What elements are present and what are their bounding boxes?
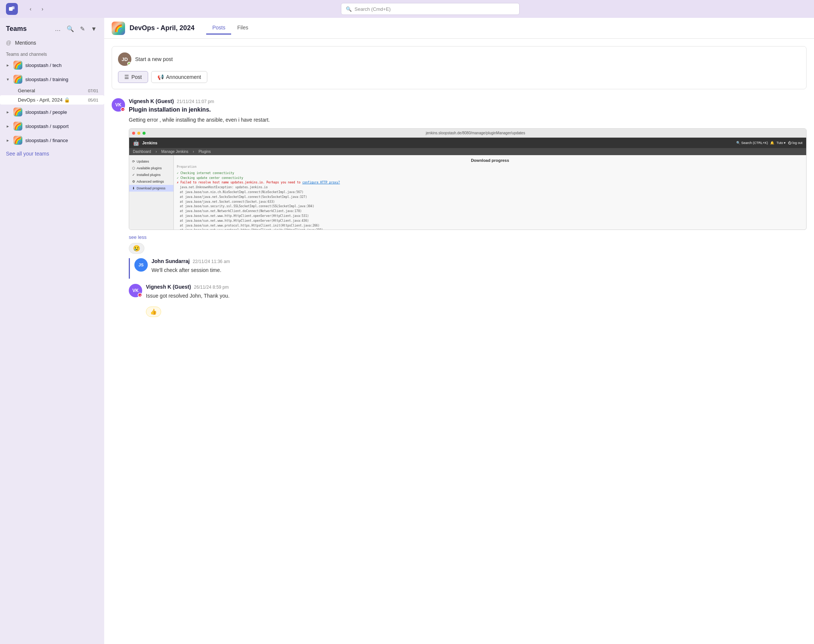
jenkins-plugin-sidebar: ⟳ Updates ⬡ Available plugins ✓ Installe… xyxy=(129,155,174,230)
reply-message-vignesh2: VK Vignesh K (Guest) 26/11/24 8:59 pm Is… xyxy=(129,284,806,317)
chevron-right-icon-support: ► xyxy=(6,124,10,128)
jenkins-trace-10: at java.base/sun.net.www.protocol.https.… xyxy=(177,228,803,230)
jenkins-search: 🔍 Search (CTRL+K) xyxy=(736,141,768,145)
search-bar[interactable]: 🔍 Search (Cmd+E) xyxy=(341,3,519,15)
team-name-training: sloopstash / training xyxy=(25,77,69,82)
team-icon-people: 🌈 xyxy=(14,107,22,117)
reply-author-john: John Sundarraj xyxy=(152,258,190,264)
message-row-1: VK Vignesh K (Guest) 21/11/24 11:07 pm P… xyxy=(112,98,806,258)
browser-minimize-dot xyxy=(137,132,140,135)
jenkins-url: jenkins.sloopstash.de/8080/manage/plugin… xyxy=(148,131,803,135)
forward-button[interactable]: › xyxy=(37,4,48,14)
team-row-support[interactable]: ► 🌈 sloopstash / support xyxy=(0,120,104,133)
sidebar: Teams … 🔍 ✎ ▼ @ Mentions Teams and chann… xyxy=(0,18,104,644)
jenkins-nav: Dashboard › Manage Jenkins › Plugins xyxy=(129,148,806,155)
message-content-1: Vignesh K (Guest) 21/11/24 11:07 pm Plug… xyxy=(129,98,806,258)
channel-date-devops: 05/01 xyxy=(88,98,98,102)
reply-message-john: JS John Sundarraj 22/11/24 11:36 am We'l… xyxy=(129,258,806,279)
team-row-people[interactable]: ► 🌈 sloopstash / people xyxy=(0,105,104,119)
message-author-1: Vignesh K (Guest) xyxy=(129,98,174,104)
jenkins-main-content: Download progress Preparation ✓ Checking… xyxy=(174,155,806,230)
team-row-finance[interactable]: ► 🌈 sloopstash / finance xyxy=(0,133,104,147)
tab-files[interactable]: Files xyxy=(231,21,254,35)
jenkins-trace-4: at java.base/java.net.Socket.connect(Soc… xyxy=(177,200,803,205)
channel-title: DevOps - April, 2024 xyxy=(129,24,194,32)
team-group-finance: ► 🌈 sloopstash / finance xyxy=(0,133,104,147)
team-group-support: ► 🌈 sloopstash / support xyxy=(0,120,104,133)
see-less-link[interactable]: see less xyxy=(129,235,806,240)
channel-team-icon: 🌈 xyxy=(112,21,125,35)
jenkins-item-updates: ⟳ Updates xyxy=(129,158,174,165)
jenkins-item-download: ⬇ Download progress xyxy=(129,185,174,192)
channel-date-general: 07/01 xyxy=(88,89,98,93)
jenkins-nav-manage: Manage Jenkins xyxy=(161,150,188,154)
message-time-1: 21/11/24 11:07 pm xyxy=(177,99,214,104)
more-button[interactable]: … xyxy=(53,24,62,34)
channel-row-general[interactable]: General 07/01 xyxy=(0,86,104,95)
channel-name-devops: DevOps - April, 2024 🔒 xyxy=(18,97,70,103)
search-placeholder: Search (Cmd+E) xyxy=(355,6,391,12)
team-row-training[interactable]: ▼ 🌈 sloopstash / training xyxy=(0,72,104,86)
jenkins-item-available: ⬡ Available plugins xyxy=(129,165,174,172)
thumb-reaction-btn[interactable]: 👍 xyxy=(146,307,161,317)
jenkins-section-title: Download progress xyxy=(177,158,803,163)
reply-time-vignesh2: 26/11/24 8:59 pm xyxy=(194,285,229,290)
team-icon-tech: 🌈 xyxy=(14,61,22,70)
jenkins-nav-plugins: Plugins xyxy=(198,150,210,154)
chevron-right-icon-people: ► xyxy=(6,110,10,114)
search-button[interactable]: 🔍 xyxy=(65,24,75,34)
teams-channels-label: Teams and channels xyxy=(0,49,104,58)
team-icon-finance: 🌈 xyxy=(14,136,22,145)
message-thread-1: VK Vignesh K (Guest) 21/11/24 11:07 pm P… xyxy=(112,98,806,317)
compose-button[interactable]: ✎ xyxy=(78,24,86,34)
reply-meta-john: John Sundarraj 22/11/24 11:36 am xyxy=(152,258,806,264)
reply-time-john: 22/11/24 11:36 am xyxy=(193,259,230,264)
channel-header: 🌈 DevOps - April, 2024 Posts Files xyxy=(104,18,814,39)
new-post-header: JD Start a new post xyxy=(118,52,800,66)
guest-badge xyxy=(121,107,125,112)
team-icon-training: 🌈 xyxy=(14,75,22,84)
guest-badge-2 xyxy=(138,293,142,297)
jenkins-browser-topbar: jenkins.sloopstash.de/8080/manage/plugin… xyxy=(129,129,806,138)
filter-button[interactable]: ▼ xyxy=(89,24,98,34)
back-button[interactable]: ‹ xyxy=(25,4,36,14)
nav-arrows: ‹ › xyxy=(25,4,48,14)
see-all-teams-link[interactable]: See all your teams xyxy=(0,148,104,159)
teams-logo xyxy=(6,3,18,15)
channel-row-devops[interactable]: DevOps - April, 2024 🔒 05/01 xyxy=(0,95,104,104)
chevron-right-icon-finance: ► xyxy=(6,138,10,143)
reply-meta-vignesh2: Vignesh K (Guest) 26/11/24 8:59 pm xyxy=(146,284,806,290)
sidebar-title: Teams xyxy=(6,25,27,33)
jenkins-bell-icon: 🔔 xyxy=(770,141,774,145)
channel-name-general: General xyxy=(18,88,35,94)
post-type-icon: ☰ xyxy=(124,74,129,80)
available-icon: ⬡ xyxy=(132,166,135,170)
sidebar-header: Teams … 🔍 ✎ ▼ xyxy=(0,18,104,37)
team-group-people: ► 🌈 sloopstash / people xyxy=(0,105,104,119)
jenkins-log-line-2: ✓ Checking update center connectivity xyxy=(177,176,803,181)
post-type-announcement-label: Announcement xyxy=(166,74,201,80)
new-post-label[interactable]: Start a new post xyxy=(135,56,173,62)
post-type-announcement-button[interactable]: 📢 Announcement xyxy=(151,71,207,83)
jenkins-nav-dashboard: Dashboard xyxy=(133,150,151,154)
post-type-post-button[interactable]: ☰ Post xyxy=(118,71,148,83)
message-body-1: Getting error , while installing the ans… xyxy=(129,116,806,124)
post-type-buttons: ☰ Post 📢 Announcement xyxy=(118,71,800,83)
reply-content-vignesh2: Vignesh K (Guest) 26/11/24 8:59 pm Issue… xyxy=(146,284,806,317)
jenkins-trace-6: at java.base/sun.net.NetworkClient.doCon… xyxy=(177,209,803,214)
mentions-item[interactable]: @ Mentions xyxy=(0,37,104,49)
channel-tabs: Posts Files xyxy=(206,21,254,35)
reaction-emoji-btn[interactable]: 😢 xyxy=(129,243,144,254)
team-name-people: sloopstash / people xyxy=(25,109,67,115)
main-layout: Teams … 🔍 ✎ ▼ @ Mentions Teams and chann… xyxy=(0,18,814,644)
team-row-tech[interactable]: ► 🌈 sloopstash / tech xyxy=(0,58,104,72)
mentions-label: Mentions xyxy=(15,40,36,46)
jenkins-trace-3: at java.base/java.net.SocksSocketImpl.co… xyxy=(177,195,803,200)
team-group-training: ▼ 🌈 sloopstash / training General 07/01 … xyxy=(0,72,104,104)
jenkins-trace-9: at java.base/sun.net.www.protocol.https.… xyxy=(177,224,803,228)
jenkins-title: Jenkins xyxy=(142,141,157,145)
message-title-1: Plugin installation in jenkins. xyxy=(129,106,806,113)
jenkins-http-proxy-link[interactable]: configure HTTP proxy? xyxy=(302,181,340,184)
download-icon: ⬇ xyxy=(132,186,135,190)
tab-posts[interactable]: Posts xyxy=(206,21,231,35)
